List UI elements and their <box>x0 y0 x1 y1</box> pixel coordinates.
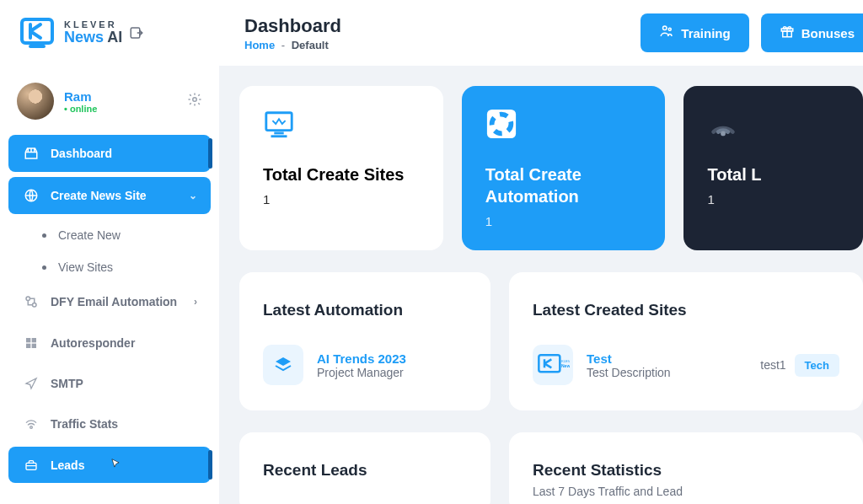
user-status: • online <box>64 104 187 114</box>
logo-icon <box>17 13 57 53</box>
nav-create-news-site[interactable]: Create News Site ⌄ <box>8 177 211 214</box>
logo-text-news: News <box>64 29 104 46</box>
send-icon <box>22 377 40 390</box>
svg-point-22 <box>721 131 726 137</box>
bonuses-button[interactable]: Bonuses <box>761 13 863 52</box>
card-total-sites[interactable]: Total Create Sites 1 <box>239 86 443 250</box>
wifi-icon <box>707 108 739 140</box>
automation-entry[interactable]: AI Trends 2023 Project Manager <box>263 345 467 385</box>
nav-dfy-email-automation[interactable]: DFY Email Automation › <box>8 283 211 320</box>
svg-point-9 <box>26 297 30 301</box>
grid-icon <box>22 336 40 350</box>
svg-text:KLEVER: KLEVER <box>561 359 570 363</box>
svg-rect-1 <box>29 45 46 48</box>
user-name: Ram <box>64 89 187 104</box>
svg-text:News AI: News AI <box>561 363 570 368</box>
klever-mini-icon: KLEVERNews AI <box>533 345 573 385</box>
card-total-automation[interactable]: Total Create Automation 1 <box>462 86 666 250</box>
svg-rect-11 <box>26 338 30 342</box>
main-content: Total Create Sites 1 Total Create Automa… <box>219 66 863 504</box>
automation-icon <box>22 294 40 309</box>
svg-point-7 <box>193 98 197 102</box>
tag-test1: test1 <box>760 358 785 372</box>
svg-point-3 <box>663 26 667 30</box>
svg-rect-13 <box>26 344 30 348</box>
monitor-icon <box>263 108 295 140</box>
page-title: Dashboard <box>244 15 641 37</box>
briefcase-icon <box>22 458 40 472</box>
lifebuoy-icon <box>485 108 517 140</box>
nav-leads[interactable]: Leads <box>8 447 211 483</box>
svg-rect-23 <box>539 355 560 372</box>
nav-smtp[interactable]: SMTP <box>8 366 211 401</box>
sidebar: Ram • online Dashboard Create News Site … <box>0 66 219 504</box>
tag-tech[interactable]: Tech <box>795 354 839 377</box>
svg-rect-14 <box>32 344 36 348</box>
svg-rect-0 <box>22 19 52 43</box>
chevron-right-icon: › <box>194 296 197 308</box>
card-total-leads[interactable]: Total L 1 <box>683 86 863 250</box>
dashboard-icon <box>22 146 40 161</box>
panel-latest-automation: Latest Automation AI Trends 2023 Project… <box>239 272 490 410</box>
training-icon <box>659 24 674 42</box>
signal-icon <box>22 417 40 431</box>
nav-view-sites[interactable]: View Sites <box>32 251 211 283</box>
collapse-sidebar-icon[interactable] <box>129 25 144 40</box>
svg-point-10 <box>33 303 37 308</box>
panel-recent-leads: Recent Leads <box>239 432 490 504</box>
svg-point-15 <box>30 426 33 429</box>
svg-point-4 <box>669 28 672 30</box>
app-logo[interactable]: KLEVER News AI <box>17 13 219 53</box>
user-profile[interactable]: Ram • online <box>8 78 211 135</box>
chevron-down-icon: ⌄ <box>189 190 197 201</box>
panel-latest-sites: Latest Created Sites KLEVERNews AI Test … <box>509 272 863 410</box>
nav-autoresponder[interactable]: Autoresponder <box>8 325 211 361</box>
svg-rect-18 <box>274 132 283 135</box>
svg-rect-19 <box>271 135 287 137</box>
avatar <box>17 83 54 120</box>
training-button[interactable]: Training <box>641 13 748 52</box>
logo-text-ai: AI <box>104 29 122 46</box>
layers-icon <box>263 345 303 385</box>
gift-icon <box>780 24 795 42</box>
cursor-icon <box>110 458 121 472</box>
breadcrumb-current: Default <box>292 39 329 51</box>
site-entry[interactable]: KLEVERNews AI Test Test Description test… <box>533 345 839 385</box>
gear-icon[interactable] <box>187 92 202 110</box>
svg-rect-17 <box>266 113 292 131</box>
nav-create-new[interactable]: Create New <box>32 219 211 251</box>
panel-recent-statistics: Recent Statistics Last 7 Days Traffic an… <box>509 432 863 504</box>
svg-rect-12 <box>32 338 36 342</box>
globe-icon <box>22 188 40 203</box>
nav-dashboard[interactable]: Dashboard <box>8 135 211 172</box>
breadcrumb-home[interactable]: Home <box>244 39 275 51</box>
breadcrumb: Home - Default <box>244 39 641 51</box>
nav-traffic-stats[interactable]: Traffic Stats <box>8 406 211 442</box>
